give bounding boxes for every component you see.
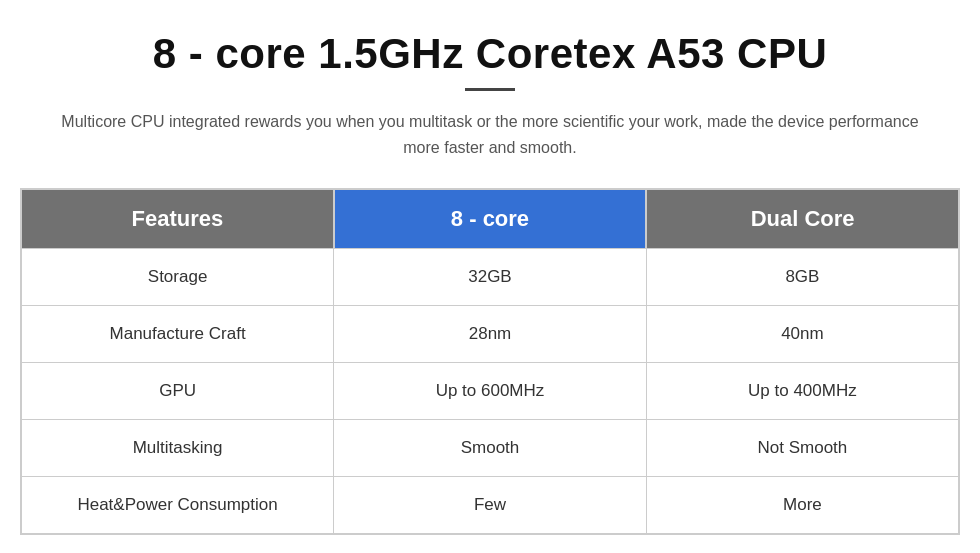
cell-feature-2: GPU: [21, 363, 334, 420]
table-row: MultitaskingSmoothNot Smooth: [21, 420, 959, 477]
cell-dual-1: 40nm: [646, 306, 959, 363]
cell-dual-2: Up to 400MHz: [646, 363, 959, 420]
cell-dual-0: 8GB: [646, 249, 959, 306]
col-header-dualcore: Dual Core: [646, 189, 959, 249]
page-title: 8 - core 1.5GHz Coretex A53 CPU: [153, 30, 828, 78]
cell-dual-3: Not Smooth: [646, 420, 959, 477]
cell-8core-4: Few: [334, 477, 647, 535]
table-row: Manufacture Craft28nm40nm: [21, 306, 959, 363]
cell-8core-0: 32GB: [334, 249, 647, 306]
cell-dual-4: More: [646, 477, 959, 535]
col-header-features: Features: [21, 189, 334, 249]
cell-8core-3: Smooth: [334, 420, 647, 477]
col-header-8core: 8 - core: [334, 189, 647, 249]
cell-8core-1: 28nm: [334, 306, 647, 363]
table-row: GPUUp to 600MHzUp to 400MHz: [21, 363, 959, 420]
comparison-table: Features 8 - core Dual Core Storage32GB8…: [20, 188, 960, 535]
cell-feature-4: Heat&Power Consumption: [21, 477, 334, 535]
table-row: Storage32GB8GB: [21, 249, 959, 306]
cell-feature-3: Multitasking: [21, 420, 334, 477]
cell-8core-2: Up to 600MHz: [334, 363, 647, 420]
title-divider: [465, 88, 515, 91]
subtitle: Multicore CPU integrated rewards you whe…: [60, 109, 920, 160]
table-row: Heat&Power ConsumptionFewMore: [21, 477, 959, 535]
table-header-row: Features 8 - core Dual Core: [21, 189, 959, 249]
cell-feature-1: Manufacture Craft: [21, 306, 334, 363]
cell-feature-0: Storage: [21, 249, 334, 306]
